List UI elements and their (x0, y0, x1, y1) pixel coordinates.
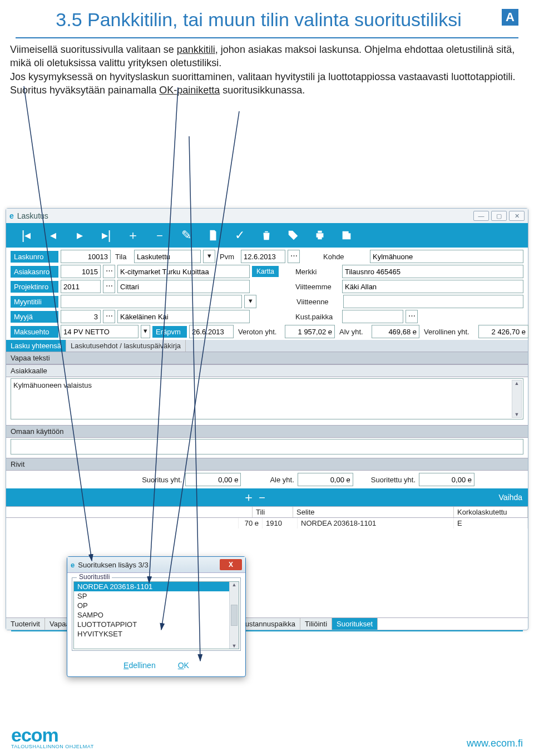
input-kohde[interactable] (370, 250, 523, 263)
rows-table-header: Tili Selite Korkolaskutettu (6, 506, 528, 518)
dialog-close-button[interactable]: X (220, 559, 242, 570)
lookup-projekti-icon[interactable]: ⋯ (103, 280, 115, 293)
label-viitteemme: Viitteemme (293, 281, 340, 292)
nav-first-icon[interactable]: |◂ (19, 229, 33, 242)
input-kustpaikka[interactable] (342, 310, 403, 323)
list-item[interactable]: HYVITYKSET (74, 629, 239, 639)
body-text-3a: Suoritus hyväksytään painamalla (10, 85, 159, 96)
body-text-2: Jos kysymyksessä on hyvityslaskun suorit… (10, 71, 515, 82)
dialog-group-suoritustili: Suoritustili NORDEA 203618-1101 SP OP SA… (72, 577, 241, 651)
totals-row: Suoritus yht. Ale yht. Suoritettu yht. (6, 471, 528, 488)
app-icon: e (9, 211, 14, 220)
window-title: Laskutus (17, 211, 48, 220)
print-icon[interactable] (313, 229, 327, 242)
label-maksuehto: Maksuehto (11, 326, 58, 338)
dialog-buttons: Edellinen OK (67, 655, 245, 676)
export-icon[interactable] (340, 229, 353, 242)
nav-last-icon[interactable]: ▸| (100, 229, 113, 242)
input-myyjanro[interactable] (61, 310, 101, 323)
input-merkki[interactable] (342, 265, 523, 278)
body-text-1a: Viimeisellä suoritussivulla valitaan se (10, 44, 177, 55)
tab-tuoterivit[interactable]: Tuoterivit (6, 618, 45, 630)
input-verollinen (478, 325, 528, 338)
window-minimize-button[interactable]: — (473, 211, 489, 221)
listbox-scrollbar[interactable]: ▲▼ (229, 582, 239, 649)
dropdown-myyntitili-icon[interactable]: ▾ (244, 295, 256, 308)
dialog-prev-mnemonic: E (123, 661, 128, 670)
page-title: 3.5 Pankkitilin, tai muun tilin valinta … (16, 9, 502, 31)
listbox-suoritustili[interactable]: NORDEA 203618-1101 SP OP SAMPO LUOTTOTAP… (73, 581, 239, 649)
body-text-3c: suoritusikkunassa. (220, 85, 305, 96)
kartta-button[interactable]: Kartta (252, 266, 279, 277)
datepicker-icon[interactable]: ⋯ (288, 250, 300, 263)
label-viitteenne: Viitteenne (294, 297, 341, 307)
row-add-icon[interactable]: ＋ (242, 491, 255, 504)
memo-asiakkaalle[interactable]: Kylmähuoneen valaistus ▲▼ (11, 378, 523, 419)
input-asiakasnro[interactable] (61, 265, 101, 278)
section-asiakkaalle: Asiakkaalle (6, 364, 528, 377)
remove-icon[interactable]: － (153, 229, 166, 242)
lookup-asiakas-icon[interactable]: ⋯ (103, 265, 115, 278)
edit-icon[interactable]: ✎ (180, 229, 193, 242)
dialog-prev-button[interactable]: Edellinen (123, 661, 156, 670)
list-item[interactable]: NORDEA 203618-1101 (74, 582, 239, 591)
memo-omaan[interactable] (11, 439, 523, 454)
dropdown-tila-icon[interactable]: ▾ (203, 250, 215, 263)
window-close-button[interactable]: ✕ (509, 211, 525, 221)
tab-laskutusehdot[interactable]: Laskutusehdot / laskutuspäiväkirja (66, 340, 186, 352)
input-myyja-name[interactable] (117, 310, 250, 323)
list-item[interactable]: SP (74, 591, 239, 601)
cell-sum: 70 e (239, 518, 263, 528)
brand-tagline: TALOUSHALLINNON OHJELMAT (11, 744, 94, 749)
label-verollinen: Verollinen yht. (422, 327, 476, 337)
input-viitteemme[interactable] (342, 280, 523, 293)
input-viitteenne[interactable] (343, 295, 523, 308)
input-suoritettu-yht (419, 473, 474, 486)
dialog-ok-button[interactable]: OK (178, 661, 189, 670)
confirm-icon[interactable]: ✓ (233, 229, 246, 242)
input-myyntitili[interactable] (61, 295, 242, 308)
col-tili: Tili (253, 507, 293, 517)
tab-lasku-yhteensa[interactable]: Lasku yhteensä (6, 340, 66, 352)
input-asiakas-name[interactable] (117, 265, 250, 278)
input-projektinro[interactable] (61, 280, 101, 293)
add-icon[interactable]: ＋ (126, 229, 140, 242)
page-header: 3.5 Pankkitilin, tai muun tilin valinta … (0, 0, 534, 34)
lookup-myyja-icon[interactable]: ⋯ (103, 310, 115, 323)
label-suoritus-yht: Suoritus yht. (142, 476, 182, 484)
lookup-kust-icon[interactable]: ⋯ (406, 310, 418, 323)
document-icon[interactable] (206, 229, 220, 242)
vaihda-button[interactable]: Vaihda (498, 493, 522, 502)
dialog-icon: e (71, 561, 75, 569)
label-veroton: Veroton yht. (236, 327, 283, 337)
label-alv: Alv yht. (337, 327, 369, 337)
table-row[interactable]: 70 e 1910 NORDEA 203618-1101 E (6, 518, 528, 528)
label-laskunro: Laskunro (11, 251, 58, 263)
input-laskunro[interactable] (61, 250, 111, 263)
row-remove-icon[interactable]: － (255, 491, 269, 504)
list-item[interactable]: SAMPO (74, 610, 239, 620)
tab-suoritukset[interactable]: Suoritukset (332, 618, 378, 630)
nav-prev-icon[interactable]: ◂ (46, 229, 60, 242)
cell-selite: NORDEA 203618-1101 (298, 518, 454, 528)
window-titlebar: e Laskutus — ▢ ✕ (6, 209, 528, 223)
input-erapvm[interactable] (189, 325, 234, 338)
dropdown-maksuehto-icon[interactable]: ▾ (141, 325, 150, 338)
input-pvm[interactable] (241, 250, 285, 263)
section-rivit: Rivit (6, 458, 528, 471)
label-merkki: Merkki (293, 266, 340, 277)
list-item[interactable]: OP (74, 601, 239, 610)
input-projekti-name[interactable] (117, 280, 250, 293)
select-tila[interactable] (134, 250, 201, 263)
input-maksuehto[interactable] (61, 325, 139, 338)
trash-icon[interactable] (260, 229, 273, 242)
list-item[interactable]: LUOTTOTAPPIOT (74, 620, 239, 629)
nav-next-icon[interactable]: ▸ (73, 229, 86, 242)
dialog-suorituksen-lisays: e Suorituksen lisäys 3/3 X Suoritustili … (67, 556, 246, 677)
window-maximize-button[interactable]: ▢ (491, 211, 507, 221)
label-pvm: Pvm (217, 251, 239, 262)
label-projektinro: Projektinro (11, 281, 58, 293)
tab-tiliointi[interactable]: Tiliöinti (300, 618, 332, 630)
memo-scrollbar[interactable]: ▲▼ (512, 380, 522, 418)
tag-icon[interactable] (286, 229, 300, 242)
